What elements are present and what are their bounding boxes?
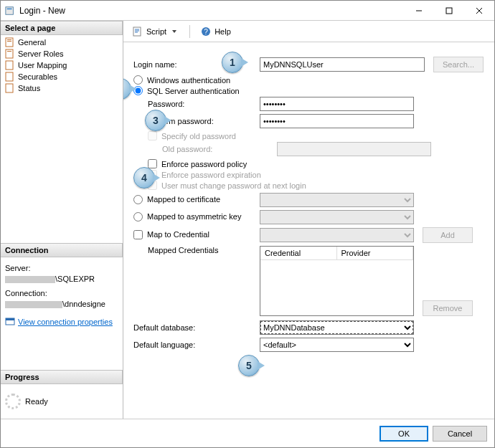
- sql-auth-radio[interactable]: SQL Server authentication: [131, 86, 487, 95]
- sidebar-item-label: User Mapping: [18, 61, 67, 70]
- password-input[interactable]: [260, 97, 414, 111]
- toolbar: Script ? Help: [123, 21, 494, 42]
- server-label: Server:: [5, 263, 118, 274]
- svg-rect-1: [7, 8, 12, 9]
- login-new-window: Login - New Select a page General Server…: [0, 0, 495, 448]
- specify-old-password-checkbox: Specify old password: [131, 131, 487, 140]
- callout-5: 5: [238, 355, 260, 376]
- asymkey-combo: [260, 210, 414, 224]
- help-button[interactable]: ? Help: [197, 24, 234, 39]
- progress-panel: Ready: [1, 384, 123, 419]
- minimize-button[interactable]: [404, 1, 434, 21]
- must-change-checkbox: User must change password at next login: [131, 181, 487, 190]
- add-button[interactable]: Add: [423, 227, 473, 243]
- default-database-combo[interactable]: MyDNNDatabase: [260, 320, 414, 335]
- password-label: Password:: [131, 100, 238, 108]
- connection-header: Connection: [1, 243, 123, 257]
- script-label: Script: [146, 27, 166, 36]
- page-icon: [5, 72, 15, 82]
- map-credential-checkbox[interactable]: Map to Credential: [131, 230, 260, 239]
- sidebar-item-label: Status: [18, 84, 40, 92]
- select-page-header: Select a page: [1, 21, 123, 35]
- server-value: \SQLEXPR: [5, 274, 118, 285]
- dialog-buttons: OK Cancel: [1, 419, 494, 447]
- sidebar-item-label: Securables: [18, 72, 57, 81]
- old-password-label: Old password:: [159, 145, 255, 153]
- old-password-input: [277, 142, 431, 156]
- app-icon: [5, 6, 15, 16]
- default-lang-label: Default language:: [131, 340, 238, 349]
- script-button[interactable]: Script: [129, 24, 182, 39]
- mapped-asymkey-radio[interactable]: Mapped to asymmetric key: [131, 212, 260, 221]
- view-connection-properties-link[interactable]: View connection properties: [18, 317, 113, 328]
- map-credential-label: Map to Credential: [147, 230, 209, 239]
- ok-button[interactable]: OK: [380, 426, 428, 442]
- svg-rect-3: [446, 8, 452, 14]
- properties-icon: [5, 316, 15, 329]
- maximize-button[interactable]: [434, 1, 464, 21]
- titlebar: Login - New: [1, 1, 494, 21]
- svg-rect-9: [6, 49, 13, 58]
- login-name-input[interactable]: [260, 57, 425, 72]
- sidebar-item-label: General: [18, 38, 46, 47]
- callout-3: 3: [145, 110, 166, 131]
- enforce-policy-checkbox[interactable]: Enforce password policy: [131, 159, 487, 168]
- svg-rect-8: [7, 41, 11, 42]
- default-language-combo[interactable]: <default>: [260, 338, 414, 352]
- callout-4: 4: [133, 167, 155, 189]
- svg-text:?: ?: [204, 28, 208, 36]
- svg-rect-16: [133, 27, 141, 36]
- page-icon: [5, 83, 15, 93]
- credential-combo: [260, 228, 414, 242]
- mapped-asym-label: Mapped to asymmetric key: [147, 212, 241, 221]
- progress-status: Ready: [25, 397, 48, 406]
- mapped-credentials-label: Mapped Credentials: [131, 246, 260, 254]
- svg-rect-10: [7, 51, 11, 52]
- help-label: Help: [214, 27, 231, 36]
- svg-rect-0: [6, 6, 14, 14]
- progress-header: Progress: [1, 370, 123, 384]
- mapped-cert-label: Mapped to certificate: [147, 195, 220, 204]
- right-pane: Script ? Help 1 2 3 4 5 Login name:: [123, 21, 494, 419]
- sidebar-item-label: Server Roles: [18, 49, 64, 58]
- remove-button[interactable]: Remove: [423, 300, 473, 316]
- sidebar-item-general[interactable]: General: [1, 37, 123, 48]
- col-provider: Provider: [337, 247, 414, 259]
- specify-old-label: Specify old password: [161, 132, 236, 140]
- certificate-combo: [260, 193, 414, 207]
- windows-auth-label: Windows authentication: [147, 76, 230, 85]
- mapped-certificate-radio[interactable]: Mapped to certificate: [131, 195, 260, 204]
- sidebar-item-server-roles[interactable]: Server Roles: [1, 48, 123, 59]
- help-icon: ?: [200, 26, 212, 37]
- close-button[interactable]: [464, 1, 494, 21]
- svg-rect-7: [7, 39, 11, 40]
- page-list: General Server Roles User Mapping Secura…: [1, 35, 123, 243]
- page-icon: [5, 49, 15, 59]
- mapped-credentials-list[interactable]: Credential Provider: [260, 246, 414, 316]
- col-credential: Credential: [260, 247, 337, 259]
- connection-value: \dnndesigne: [5, 299, 118, 310]
- search-button[interactable]: Search...: [433, 57, 484, 72]
- script-icon: [132, 26, 143, 37]
- sidebar-item-status[interactable]: Status: [1, 82, 123, 94]
- enforce-expiration-checkbox: Enforce password expiration: [131, 170, 487, 179]
- connection-panel: Server: \SQLEXPR Connection: \dnndesigne…: [1, 257, 123, 370]
- connection-label: Connection:: [5, 288, 118, 299]
- windows-auth-radio[interactable]: Windows authentication: [131, 75, 487, 85]
- confirm-password-input[interactable]: [260, 114, 414, 128]
- svg-rect-15: [6, 318, 14, 320]
- svg-rect-13: [6, 84, 13, 92]
- progress-spinner-icon: [5, 394, 21, 409]
- sidebar-item-user-mapping[interactable]: User Mapping: [1, 59, 123, 71]
- form-area: 1 2 3 4 5 Login name: Search... Windows …: [123, 42, 494, 419]
- chevron-down-icon: [172, 30, 176, 33]
- svg-rect-11: [6, 61, 13, 70]
- sidebar-item-securables[interactable]: Securables: [1, 71, 123, 82]
- default-db-label: Default database:: [131, 323, 238, 332]
- svg-rect-12: [6, 72, 13, 81]
- cancel-button[interactable]: Cancel: [433, 426, 487, 442]
- sql-auth-label: SQL Server authentication: [147, 87, 240, 95]
- must-change-label: User must change password at next login: [161, 181, 306, 190]
- page-icon: [5, 60, 15, 70]
- callout-1: 1: [222, 52, 243, 73]
